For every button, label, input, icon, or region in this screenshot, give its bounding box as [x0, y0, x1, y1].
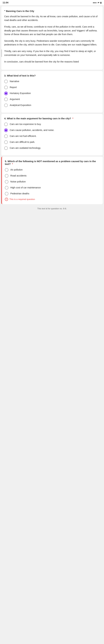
- status-bar: 11:04 ●●● ⇌ ▮: [0, 0, 104, 5]
- q5-option-road[interactable]: Road accidents: [5, 174, 100, 178]
- q5-radio-cost[interactable]: [5, 186, 8, 190]
- q3-radio-analytical[interactable]: [4, 104, 8, 107]
- q3-radio-report[interactable]: [4, 86, 8, 89]
- q5-radio-air[interactable]: [5, 168, 8, 172]
- q5-option-air[interactable]: Air pollution: [5, 168, 100, 172]
- reading-title: " Banning Cars in the City: [4, 10, 100, 12]
- q5-label-cost: High cost of car maintenance: [10, 186, 41, 190]
- question-4-required-star: *: [72, 117, 73, 120]
- q5-label-air: Air pollution: [10, 168, 23, 172]
- q4-radio-expensive[interactable]: [4, 122, 8, 126]
- q4-radio-park[interactable]: [4, 140, 8, 144]
- warning-icon: !: [5, 198, 8, 201]
- required-notice: ! This is a required question: [5, 198, 100, 201]
- q3-label-hortatory: Hortatory Exposition: [10, 92, 31, 95]
- battery-icon: ▮: [100, 2, 101, 4]
- reading-para-3: Secondly, the city is very busy. Pedestr…: [4, 39, 100, 46]
- q3-option-analytical[interactable]: Analytical Exposition: [4, 103, 100, 107]
- q3-radio-hortatory[interactable]: [4, 92, 8, 95]
- q3-label-analytical: Analytical Exposition: [10, 103, 31, 107]
- question-4-card: 4. What is the main argument for banning…: [1, 114, 103, 155]
- q4-option-outdated[interactable]: Cars are outdated technology.: [4, 146, 100, 150]
- q5-option-noise[interactable]: Noise pollution: [5, 180, 100, 184]
- q4-option-pollution[interactable]: Cars cause pollution, accidents, and noi…: [4, 128, 100, 132]
- question-4-text: What is the main argument for banning ca…: [7, 117, 71, 120]
- q3-radio-hortatory-fill: [5, 92, 7, 94]
- question-3-number: 3.: [4, 74, 6, 77]
- status-icons: ●●● ⇌ ▮: [93, 2, 101, 4]
- q3-radio-argument[interactable]: [4, 98, 8, 101]
- q3-option-argument[interactable]: Argument: [4, 98, 100, 101]
- question-3-title: 3. What kind of text is this?: [4, 74, 100, 77]
- question-5-text: Which of the following is NOT mentioned …: [5, 160, 96, 165]
- q3-option-hortatory[interactable]: Hortatory Exposition: [4, 92, 100, 95]
- q5-radio-road[interactable]: [5, 174, 8, 178]
- q3-label-narrative: Narrative: [10, 80, 19, 83]
- q3-option-narrative[interactable]: Narrative: [4, 80, 100, 83]
- q4-label-park: Cars are difficult to park.: [10, 140, 35, 144]
- q4-option-expensive[interactable]: Cars are too expensive to buy.: [4, 122, 100, 126]
- reading-para-4: Thirdly, cars are very noisy. If you liv…: [4, 50, 100, 57]
- q5-label-road: Road accidents: [10, 174, 27, 178]
- footer-text: This text id for question no. 6-8.: [37, 207, 67, 210]
- q4-label-fuel: Cars are not fuel-efficient.: [10, 134, 37, 138]
- question-5-number: 5.: [5, 160, 7, 162]
- question-4-title: 4. What is the main argument for banning…: [4, 117, 100, 120]
- q4-option-park[interactable]: Cars are difficult to park.: [4, 140, 100, 144]
- q5-label-noise: Noise pollution: [10, 180, 26, 184]
- q3-label-argument: Argument: [10, 98, 20, 101]
- q4-option-fuel[interactable]: Cars are not fuel-efficient.: [4, 134, 100, 138]
- q5-radio-pedestrian[interactable]: [5, 192, 8, 196]
- question-5-title: 5. Which of the following is NOT mention…: [5, 160, 100, 165]
- signal-icon: ●●●: [93, 2, 96, 4]
- footer: This text id for question no. 6-8.: [0, 206, 104, 213]
- question-5-card: 5. Which of the following is NOT mention…: [1, 157, 103, 204]
- q3-radio-narrative[interactable]: [4, 80, 8, 83]
- wifi-icon: ⇌: [97, 2, 99, 4]
- question-3-text: What kind of text is this?: [7, 74, 36, 77]
- reading-para-2: Firstly, cars, as we all know, contribut…: [4, 25, 100, 36]
- q5-label-pedestrian: Pedestrian deaths: [10, 192, 29, 196]
- q5-radio-noise[interactable]: [5, 180, 8, 184]
- q4-radio-fuel[interactable]: [4, 134, 8, 138]
- question-4-number: 4.: [4, 117, 6, 120]
- required-message: This is a required question: [9, 198, 35, 200]
- question-5-required-star: *: [12, 162, 13, 165]
- q3-option-report[interactable]: Report: [4, 86, 100, 89]
- q4-radio-outdated[interactable]: [4, 146, 8, 150]
- q5-option-cost[interactable]: High cost of car maintenance: [5, 186, 100, 190]
- q4-label-outdated: Cars are outdated technology.: [10, 146, 41, 150]
- q4-radio-pollution[interactable]: [4, 128, 8, 132]
- status-time: 11:04: [3, 1, 8, 4]
- q4-label-expensive: Cars are too expensive to buy.: [10, 122, 41, 126]
- q4-label-pollution: Cars cause pollution, accidents, and noi…: [10, 128, 54, 132]
- reading-para-5: In conclusion, cars should be banned fro…: [4, 60, 100, 64]
- reading-para-1: Cars should be banned in the city. As we…: [4, 15, 100, 22]
- reading-card: " Banning Cars in the City Cars should b…: [1, 6, 103, 70]
- q3-label-report: Report: [10, 86, 17, 89]
- q4-radio-pollution-fill: [5, 129, 7, 131]
- q5-option-pedestrian[interactable]: Pedestrian deaths: [5, 192, 100, 196]
- question-3-card: 3. What kind of text is this? Narrative …: [1, 71, 103, 112]
